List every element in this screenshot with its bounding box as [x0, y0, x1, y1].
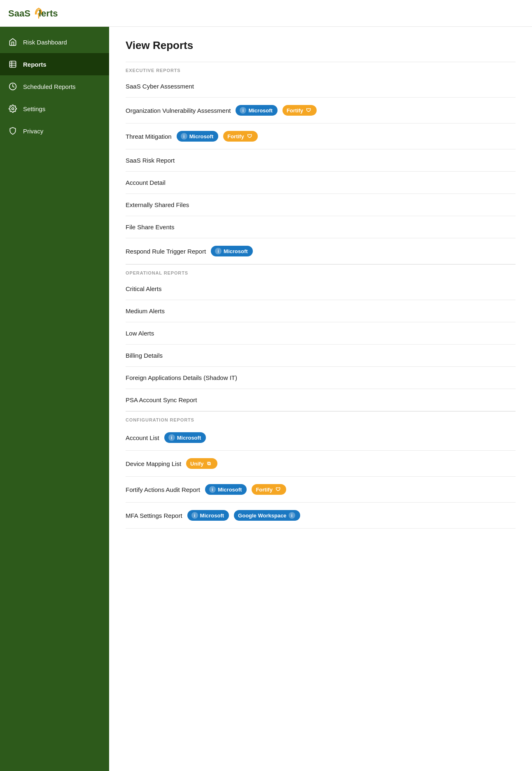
badge-label: Microsoft [218, 487, 242, 493]
badge-label: Fortify [256, 487, 272, 493]
badge-label: Microsoft [189, 133, 214, 140]
report-name: Account Detail [126, 179, 166, 186]
sidebar-item-risk-dashboard[interactable]: Risk Dashboard [0, 31, 109, 53]
sidebar-item-reports[interactable]: Reports [0, 53, 109, 75]
logo-svg: SaaS lerts [8, 6, 58, 21]
info-icon: i [209, 486, 216, 493]
badge-unify[interactable]: Unify ⧉ [186, 458, 217, 469]
report-name: Medium Alerts [126, 307, 165, 314]
gear-icon [8, 104, 17, 113]
sidebar-item-privacy[interactable]: Privacy [0, 120, 109, 142]
badge-microsoft[interactable]: i Microsoft [164, 432, 206, 443]
sidebar-item-label: Reports [23, 61, 47, 68]
report-name: Device Mapping List [126, 460, 181, 467]
report-row-org-vuln[interactable]: Organization Vulnerability Assessment i … [126, 98, 516, 123]
report-name: Billing Details [126, 352, 163, 359]
badge-google-workspace[interactable]: Google Workspace i [234, 510, 300, 521]
badge-label: Microsoft [248, 107, 273, 114]
layout: Risk Dashboard Reports Sch [0, 27, 532, 771]
sidebar-item-label: Scheduled Reports [23, 83, 76, 90]
report-row-device-mapping[interactable]: Device Mapping List Unify ⧉ [126, 451, 516, 477]
report-row-ext-shared[interactable]: Externally Shared Files [126, 194, 516, 216]
badge-fortify[interactable]: Fortify 🛡 [282, 105, 317, 116]
report-row-billing-details[interactable]: Billing Details [126, 345, 516, 367]
clock-icon [8, 82, 17, 91]
info-icon: i [191, 512, 198, 519]
report-row-file-share[interactable]: File Share Events [126, 216, 516, 238]
sidebar-item-settings[interactable]: Settings [0, 98, 109, 120]
info-icon: i [181, 133, 187, 140]
badge-microsoft[interactable]: i Microsoft [187, 510, 229, 521]
report-row-foreign-apps[interactable]: Foreign Applications Details (Shadow IT) [126, 367, 516, 389]
badge-fortify[interactable]: Fortify 🛡 [252, 484, 286, 495]
report-name: Low Alerts [126, 330, 154, 337]
badge-label: Microsoft [177, 435, 201, 441]
section-header-operational: OPERATIONAL REPORTS [126, 264, 516, 278]
badge-microsoft[interactable]: i Microsoft [236, 105, 278, 116]
info-icon: i [240, 107, 246, 114]
report-name: Externally Shared Files [126, 201, 189, 208]
badge-microsoft[interactable]: i Microsoft [205, 484, 247, 495]
report-name: Account List [126, 434, 159, 441]
report-name: SaaS Risk Report [126, 157, 175, 164]
badge-label: Fortify [227, 133, 244, 140]
sidebar-item-label: Risk Dashboard [23, 39, 67, 46]
report-row-account-list[interactable]: Account List i Microsoft [126, 425, 516, 451]
badge-microsoft[interactable]: i Microsoft [177, 131, 219, 142]
report-row-medium-alerts[interactable]: Medium Alerts [126, 300, 516, 322]
report-name: Organization Vulnerability Assessment [126, 107, 231, 114]
shield-badge-icon: 🛡 [305, 107, 312, 114]
logo: SaaS lerts [8, 6, 58, 21]
report-name: File Share Events [126, 224, 174, 231]
svg-point-9 [12, 108, 14, 110]
report-name: Threat Mitigation [126, 133, 172, 140]
report-row-fortify-audit[interactable]: Fortify Actions Audit Report i Microsoft… [126, 477, 516, 503]
svg-rect-4 [10, 61, 16, 68]
info-icon: i [289, 512, 295, 519]
sidebar-item-scheduled-reports[interactable]: Scheduled Reports [0, 75, 109, 98]
report-name: Critical Alerts [126, 285, 162, 292]
info-icon: i [215, 248, 222, 254]
badge-label: Unify [190, 461, 204, 467]
info-icon: i [168, 434, 175, 441]
badge-microsoft[interactable]: i Microsoft [211, 246, 253, 256]
badge-label: Microsoft [224, 248, 248, 254]
report-name: MFA Settings Report [126, 512, 182, 519]
shield-icon [8, 126, 17, 135]
report-name: Respond Rule Trigger Report [126, 248, 206, 255]
sidebar-item-label: Privacy [23, 128, 43, 135]
report-name: Fortify Actions Audit Report [126, 486, 200, 493]
report-row-respond-rule[interactable]: Respond Rule Trigger Report i Microsoft [126, 238, 516, 264]
svg-text:SaaS: SaaS [8, 8, 30, 19]
report-row-saas-cyber[interactable]: SaaS Cyber Assessment [126, 75, 516, 98]
copy-badge-icon: ⧉ [206, 460, 212, 467]
badge-label: Microsoft [200, 512, 224, 519]
report-row-saas-risk[interactable]: SaaS Risk Report [126, 149, 516, 172]
shield-badge-icon: 🛡 [246, 133, 253, 140]
report-row-threat-mitigation[interactable]: Threat Mitigation i Microsoft Fortify 🛡 [126, 123, 516, 149]
report-name: PSA Account Sync Report [126, 396, 197, 403]
badge-label: Google Workspace [238, 512, 287, 519]
badge-fortify[interactable]: Fortify 🛡 [223, 131, 257, 142]
header: SaaS lerts [0, 0, 532, 27]
page-title: View Reports [126, 39, 516, 52]
sidebar-item-label: Settings [23, 105, 45, 112]
report-row-mfa-settings[interactable]: MFA Settings Report i Microsoft Google W… [126, 503, 516, 529]
badge-label: Fortify [287, 107, 303, 114]
shield-badge-icon: 🛡 [275, 486, 281, 493]
report-row-account-detail[interactable]: Account Detail [126, 172, 516, 194]
section-header-configuration: CONFIGURATION REPORTS [126, 411, 516, 425]
svg-text:lerts: lerts [39, 8, 58, 19]
report-row-low-alerts[interactable]: Low Alerts [126, 322, 516, 345]
main-content: View Reports EXECUTIVE REPORTS SaaS Cybe… [109, 27, 532, 771]
sidebar: Risk Dashboard Reports Sch [0, 27, 109, 771]
report-row-critical-alerts[interactable]: Critical Alerts [126, 278, 516, 300]
section-header-executive: EXECUTIVE REPORTS [126, 62, 516, 75]
home-icon [8, 37, 17, 47]
report-name: Foreign Applications Details (Shadow IT) [126, 374, 237, 381]
chart-icon [8, 60, 17, 69]
report-name: SaaS Cyber Assessment [126, 83, 194, 90]
report-row-psa-sync[interactable]: PSA Account Sync Report [126, 389, 516, 411]
